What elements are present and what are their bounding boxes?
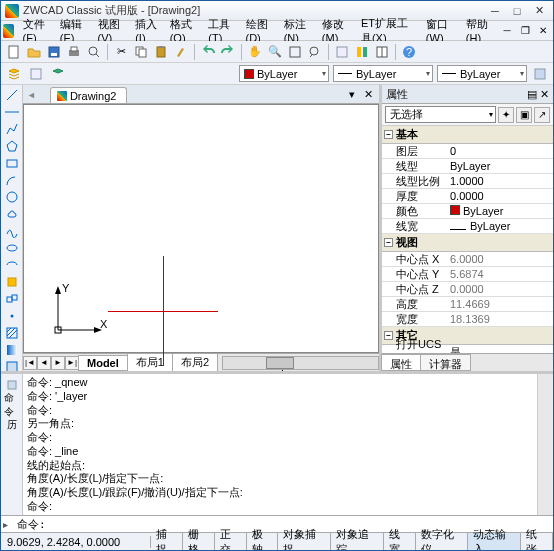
prop-lineweight[interactable]: 线宽ByLayer — [382, 219, 553, 234]
polygon-tool[interactable] — [3, 138, 21, 154]
status-polar[interactable]: 极轴 — [247, 533, 279, 550]
save-button[interactable] — [45, 43, 63, 61]
prop-centery[interactable]: 中心点 Y5.6874 — [382, 267, 553, 282]
bottom-tab-props[interactable]: 属性 — [381, 354, 421, 371]
layer-prev-button[interactable] — [49, 65, 67, 83]
ellipse-tool[interactable] — [3, 240, 21, 256]
prop-ucsicon[interactable]: 打开UCS图标是 — [382, 345, 553, 353]
tab-next-button[interactable]: ► — [51, 356, 65, 370]
props-button[interactable] — [333, 43, 351, 61]
pickadd-button[interactable]: ▣ — [516, 107, 532, 123]
selection-dropdown[interactable]: 无选择 — [385, 106, 496, 123]
tab-layout1[interactable]: 布局1 — [127, 353, 173, 371]
prop-centerx[interactable]: 中心点 X6.0000 — [382, 252, 553, 267]
app-menu-icon[interactable] — [3, 24, 14, 38]
insert-tool[interactable] — [3, 274, 21, 290]
hscroll-thumb[interactable] — [266, 357, 294, 369]
prop-layer[interactable]: 图层0 — [382, 144, 553, 159]
group-basic[interactable]: −基本 — [382, 126, 553, 144]
region-tool[interactable] — [3, 359, 21, 371]
tab-first-button[interactable]: |◄ — [23, 356, 37, 370]
zoom-prev-button[interactable] — [306, 43, 324, 61]
layer-states-button[interactable] — [27, 65, 45, 83]
close-button[interactable]: ✕ — [529, 4, 549, 18]
copy-button[interactable] — [132, 43, 150, 61]
print-button[interactable] — [65, 43, 83, 61]
status-snap[interactable]: 捕捉 — [151, 533, 183, 550]
pline-tool[interactable] — [3, 121, 21, 137]
tab-layout2[interactable]: 布局2 — [172, 353, 218, 371]
prop-ltscale[interactable]: 线型比例1.0000 — [382, 174, 553, 189]
zoom-win-button[interactable] — [286, 43, 304, 61]
color-button[interactable] — [531, 65, 549, 83]
open-button[interactable] — [25, 43, 43, 61]
new-button[interactable] — [5, 43, 23, 61]
hatch-tool[interactable] — [3, 325, 21, 341]
panel-close-button[interactable]: ✕ — [540, 88, 549, 101]
selectobj-button[interactable]: ↗ — [534, 107, 550, 123]
status-otrack[interactable]: 对象追踪 — [331, 533, 384, 550]
prop-linetype[interactable]: 线型ByLayer — [382, 159, 553, 174]
status-dyn[interactable]: 数字化仪 — [416, 533, 469, 550]
command-history[interactable]: 命令: _qnew命令: '_layer命令:另一角点:命令:命令: _line… — [23, 374, 537, 515]
status-osnap[interactable]: 对象捕捉 — [278, 533, 331, 550]
color-select[interactable]: ByLayer — [239, 65, 329, 82]
toolpal-button[interactable] — [353, 43, 371, 61]
pan-button[interactable]: ✋ — [246, 43, 264, 61]
linetype-select[interactable]: ByLayer — [333, 65, 433, 82]
status-paper[interactable]: 纸张 — [521, 533, 553, 550]
match-button[interactable] — [172, 43, 190, 61]
prop-thickness[interactable]: 厚度0.0000 — [382, 189, 553, 204]
preview-button[interactable] — [85, 43, 103, 61]
lineweight-select[interactable]: ByLayer — [437, 65, 527, 82]
tab-close-button[interactable]: ✕ — [361, 87, 375, 101]
spline-tool[interactable] — [3, 223, 21, 239]
coord-display[interactable]: 9.0629, 2.4284, 0.0000 — [1, 536, 151, 548]
undo-button[interactable] — [199, 43, 217, 61]
tab-last-button[interactable]: ►| — [65, 356, 79, 370]
paste-button[interactable] — [152, 43, 170, 61]
hscroll[interactable] — [222, 356, 379, 370]
xline-tool[interactable] — [3, 104, 21, 120]
command-scrollbar[interactable] — [537, 374, 553, 515]
status-grid[interactable]: 栅格 — [183, 533, 215, 550]
prop-centerz[interactable]: 中心点 Z0.0000 — [382, 282, 553, 297]
revcloud-tool[interactable] — [3, 206, 21, 222]
tab-model[interactable]: Model — [78, 355, 128, 371]
circle-tool[interactable] — [3, 189, 21, 205]
line-tool[interactable] — [3, 87, 21, 103]
svg-rect-11 — [290, 47, 300, 57]
prop-height[interactable]: 高度11.4669 — [382, 297, 553, 312]
status-dinput[interactable]: 动态输入 — [468, 533, 521, 550]
redo-button[interactable] — [219, 43, 237, 61]
quickselect-button[interactable]: ✦ — [498, 107, 514, 123]
prop-width[interactable]: 宽度18.1369 — [382, 312, 553, 327]
cmd-tool2[interactable]: 命令 — [3, 396, 21, 414]
panel-menu-button[interactable]: ▤ — [527, 88, 537, 101]
block-tool[interactable] — [3, 291, 21, 307]
status-lwt[interactable]: 线宽 — [384, 533, 416, 550]
help-button[interactable]: ? — [400, 43, 418, 61]
group-view[interactable]: −视图 — [382, 234, 553, 252]
cmd-tool3[interactable]: 历 — [3, 416, 21, 434]
status-ortho[interactable]: 正交 — [215, 533, 247, 550]
ellipsearc-tool[interactable] — [3, 257, 21, 273]
layer-manager-button[interactable] — [5, 65, 23, 83]
cut-button[interactable]: ✂ — [112, 43, 130, 61]
dcenter-button[interactable] — [373, 43, 391, 61]
prop-color[interactable]: 颜色ByLayer — [382, 204, 553, 219]
doc-minimize-button[interactable]: ─ — [499, 24, 515, 38]
gradient-tool[interactable] — [3, 342, 21, 358]
drawing-canvas[interactable]: Y X — [23, 104, 379, 353]
doc-close-button[interactable]: ✕ — [535, 24, 551, 38]
rect-tool[interactable] — [3, 155, 21, 171]
tab-dropdown-button[interactable]: ▾ — [345, 87, 359, 101]
arc-tool[interactable] — [3, 172, 21, 188]
maximize-button[interactable]: □ — [507, 4, 527, 18]
point-tool[interactable] — [3, 308, 21, 324]
doc-restore-button[interactable]: ❐ — [517, 24, 533, 38]
zoom-rt-button[interactable]: 🔍 — [266, 43, 284, 61]
bottom-tab-calc[interactable]: 计算器 — [420, 354, 471, 371]
doc-tab-drawing2[interactable]: Drawing2 — [50, 87, 127, 103]
tab-prev-button[interactable]: ◄ — [37, 356, 51, 370]
